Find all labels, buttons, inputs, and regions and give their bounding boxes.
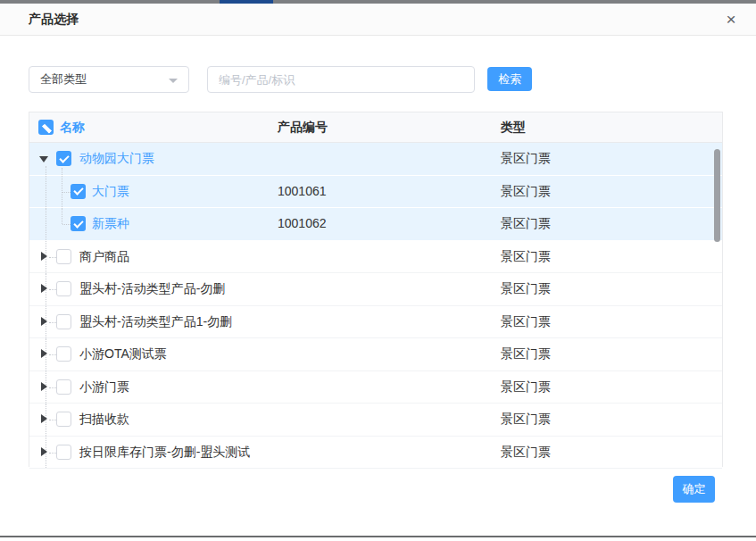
- row-name: 盟头村-活动类型产品1-勿删: [79, 306, 232, 337]
- tree-connector-line: [49, 289, 56, 290]
- tree-connector-line: [62, 208, 62, 224]
- window-bottom-border: [0, 536, 756, 537]
- tree-connector-line: [62, 224, 71, 225]
- tree-connector-line: [49, 257, 56, 258]
- table-row[interactable]: 按日限库存门票-勿删-盟头测试景区门票: [29, 437, 722, 470]
- caret-collapsed-icon[interactable]: [41, 349, 47, 358]
- tree-connector-line: [46, 166, 46, 175]
- tree-connector-line: [46, 208, 46, 240]
- row-checkbox[interactable]: [56, 281, 71, 296]
- chevron-down-icon: [169, 79, 178, 83]
- table-row[interactable]: 动物园大门票景区门票: [29, 143, 722, 176]
- table-body: 动物园大门票景区门票大门票1001061景区门票新票种1001062景区门票商户…: [29, 143, 722, 469]
- row-type: 景区门票: [501, 176, 551, 207]
- row-checkbox-checked[interactable]: [71, 184, 86, 199]
- row-checkbox[interactable]: [56, 445, 71, 460]
- table-row[interactable]: 扫描收款景区门票: [29, 404, 722, 437]
- tree-connector-line: [62, 192, 71, 193]
- row-type: 景区门票: [501, 338, 551, 370]
- row-type: 景区门票: [501, 404, 551, 435]
- table-row[interactable]: 盟头村-活动类型产品-勿删景区门票: [29, 273, 722, 306]
- row-type: 景区门票: [501, 306, 551, 337]
- tree-connector-line: [49, 453, 56, 454]
- table-row[interactable]: 盟头村-活动类型产品1-勿删景区门票: [29, 306, 722, 339]
- table-row[interactable]: 小游OTA测试票景区门票: [29, 338, 722, 371]
- tree-connector-line: [46, 176, 46, 208]
- row-type: 景区门票: [501, 437, 551, 468]
- tree-connector-line: [62, 168, 62, 175]
- confirm-button[interactable]: 确定: [673, 476, 715, 503]
- row-checkbox[interactable]: [56, 379, 71, 395]
- row-code: 1001061: [278, 176, 327, 207]
- search-button[interactable]: 检索: [487, 67, 532, 91]
- tree-connector-line: [49, 354, 56, 355]
- modal-title: 产品选择: [29, 4, 79, 35]
- row-checkbox-checked[interactable]: [71, 216, 86, 231]
- caret-collapsed-icon[interactable]: [41, 317, 47, 326]
- row-name: 新票种: [92, 208, 129, 239]
- row-name: 小游门票: [79, 371, 129, 403]
- row-name: 商户商品: [79, 241, 129, 272]
- row-checkbox[interactable]: [56, 346, 71, 362]
- table-row[interactable]: 小游门票景区门票: [29, 371, 722, 404]
- column-header-name: 名称: [60, 112, 85, 142]
- close-icon[interactable]: ×: [719, 7, 744, 32]
- row-name: 大门票: [92, 176, 129, 207]
- modal-header: 产品选择 ×: [0, 4, 756, 36]
- tree-connector-line: [49, 387, 56, 388]
- row-code: 1001062: [278, 208, 327, 239]
- search-input[interactable]: [207, 66, 475, 93]
- select-all-checkbox[interactable]: [38, 120, 54, 135]
- table-row[interactable]: 大门票1001061景区门票: [29, 176, 722, 209]
- row-type: 景区门票: [501, 143, 551, 174]
- caret-collapsed-icon[interactable]: [41, 284, 47, 293]
- row-name: 按日限库存门票-勿删-盟头测试: [79, 437, 250, 468]
- row-name: 动物园大门票: [79, 143, 154, 174]
- product-table: 名称 产品编号 类型 动物园大门票景区门票大门票1001061景区门票新票种10…: [29, 112, 723, 467]
- column-header-code: 产品编号: [278, 112, 328, 142]
- type-select[interactable]: 全部类型: [29, 66, 189, 93]
- caret-collapsed-icon[interactable]: [41, 447, 47, 456]
- table-row[interactable]: 商户商品景区门票: [29, 241, 722, 274]
- row-checkbox-checked[interactable]: [56, 151, 71, 166]
- caret-collapsed-icon[interactable]: [41, 252, 47, 261]
- tree-connector-line: [49, 322, 56, 323]
- row-checkbox[interactable]: [56, 249, 71, 264]
- caret-collapsed-icon[interactable]: [41, 414, 47, 423]
- type-select-value: 全部类型: [40, 67, 87, 92]
- scrollbar-thumb[interactable]: [714, 149, 720, 242]
- caret-collapsed-icon[interactable]: [41, 382, 47, 391]
- row-checkbox[interactable]: [56, 412, 71, 427]
- row-checkbox[interactable]: [56, 314, 71, 329]
- row-type: 景区门票: [501, 273, 551, 304]
- caret-expanded-icon[interactable]: [39, 156, 48, 162]
- row-type: 景区门票: [501, 241, 551, 272]
- table-header-row: 名称 产品编号 类型: [29, 112, 722, 143]
- row-type: 景区门票: [501, 371, 551, 403]
- row-name: 小游OTA测试票: [79, 338, 167, 370]
- table-row[interactable]: 新票种1001062景区门票: [29, 208, 722, 241]
- row-type: 景区门票: [501, 208, 551, 239]
- row-name: 扫描收款: [79, 404, 129, 435]
- tree-connector-line: [49, 420, 56, 420]
- row-name: 盟头村-活动类型产品-勿删: [79, 273, 225, 304]
- column-header-type: 类型: [501, 112, 526, 142]
